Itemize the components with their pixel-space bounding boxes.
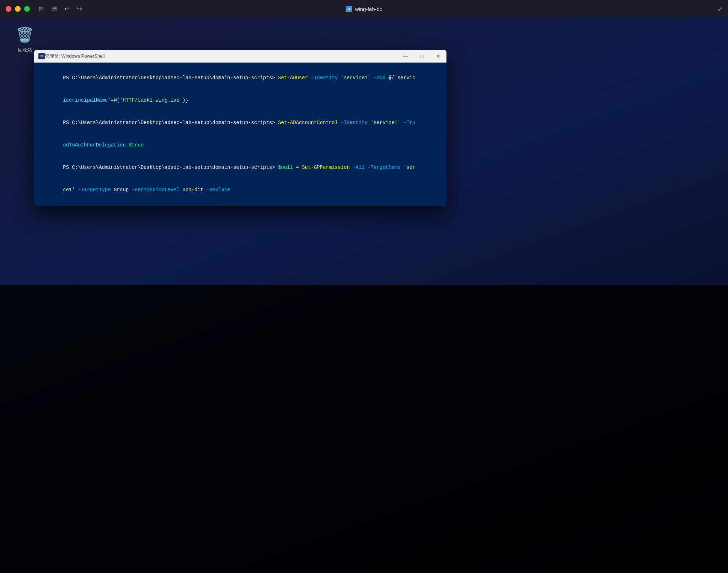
prompt-1: PS C:\Users\Administrator\Desktop\adsec-… [63, 75, 278, 81]
close-traffic-light[interactable] [6, 6, 11, 12]
ps-minimize-button[interactable]: — [397, 50, 414, 63]
remote-desktop-icon[interactable]: 🖥 [51, 5, 57, 13]
menubar-icons: ⊞ 🖥 ↩ ↪ [38, 5, 82, 13]
vm-icon: 🖥 [346, 6, 352, 12]
powershell-window: PS 管理员: Windows PowerShell — □ ✕ PS C:\U… [34, 50, 446, 206]
powershell-titlebar: PS 管理员: Windows PowerShell — □ ✕ [34, 50, 446, 63]
terminal-line-4: PS C:\Users\Administrator\Desktop\adsec-… [39, 201, 441, 206]
prompt-3: PS C:\Users\Administrator\Desktop\adsec-… [63, 165, 278, 170]
ps-maximize-button[interactable]: □ [414, 50, 430, 63]
ps-close-button[interactable]: ✕ [430, 50, 446, 63]
dark-background [0, 285, 728, 573]
param-add-1: -Add [374, 75, 386, 81]
forward-icon[interactable]: ↪ [77, 5, 82, 13]
param-1 [308, 75, 311, 81]
cmd-3: Set-GPPermission [302, 165, 349, 170]
value-1: 'service1' [341, 75, 371, 81]
powershell-content[interactable]: PS C:\Users\Administrator\Desktop\adsec-… [34, 63, 446, 206]
expand-icon[interactable]: ⤢ [718, 6, 722, 12]
powershell-logo: PS [38, 53, 45, 59]
terminal-line-2: PS C:\Users\Administrator\Desktop\adsec-… [39, 112, 441, 134]
maximize-traffic-light[interactable] [24, 6, 30, 12]
recycle-bin-image: 🗑️ [15, 25, 35, 45]
traffic-lights [6, 6, 30, 12]
powershell-title: 管理员: Windows PowerShell [45, 53, 105, 59]
recycle-bin-label: 回收站 [18, 47, 32, 53]
menubar-right: ⤢ [718, 6, 722, 12]
menubar: ⊞ 🖥 ↩ ↪ 🖥 wing-lab-dc ⤢ [0, 0, 728, 18]
param-identity-2: -Identity [341, 120, 368, 125]
powershell-controls: — □ ✕ [397, 50, 446, 63]
terminal-line-1b: icerincipalName'=@('HTTP/task1.wing.lab'… [39, 89, 441, 112]
desktop: ⊞ 🖥 ↩ ↪ 🖥 wing-lab-dc ⤢ 🗑️ 回收站 PS 管理员: W… [0, 0, 728, 573]
back-icon[interactable]: ↩ [64, 5, 70, 13]
window-title-text: wing-lab-dc [355, 6, 382, 12]
terminal-line-3b: ce1' -TargetType Group -PermissionLevel … [39, 179, 441, 201]
param-identity-1: -Identity [311, 75, 338, 81]
prompt-2: PS C:\Users\Administrator\Desktop\adsec-… [63, 120, 278, 125]
menubar-title: 🖥 wing-lab-dc [346, 6, 382, 12]
terminal-line-1: PS C:\Users\Administrator\Desktop\adsec-… [39, 67, 441, 89]
terminal-line-2b: edToAuthForDelegation $true [39, 134, 441, 156]
minimize-traffic-light[interactable] [15, 6, 21, 12]
sidebar-toggle-icon[interactable]: ⊞ [38, 5, 44, 13]
terminal-line-3: PS C:\Users\Administrator\Desktop\adsec-… [39, 156, 441, 179]
recycle-bin-icon[interactable]: 🗑️ 回收站 [11, 25, 39, 53]
cmd-1: Set-ADUser [278, 75, 308, 81]
cmd-2: Set-ADAccountControl [278, 120, 338, 125]
